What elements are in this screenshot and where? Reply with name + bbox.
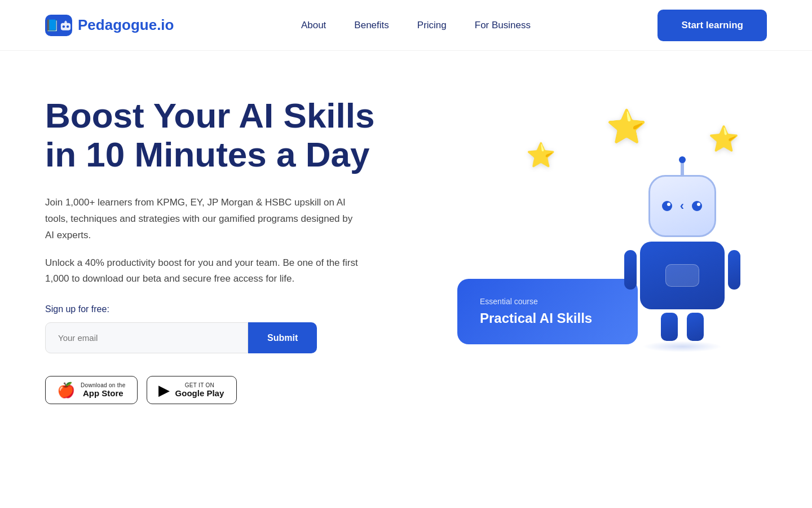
app-store-buttons: 🍎 Download on the App Store ▶ GET IT ON … [45,376,389,404]
googleplay-small-text: GET IT ON [175,382,224,388]
course-card: Essential course Practical AI Skills [457,279,638,344]
hero-left: Boost Your AI Skills in 10 Minutes a Day… [45,96,389,404]
signup-label: Sign up for free: [45,304,389,314]
robot-head: ‹ [648,175,716,237]
appstore-big-text: App Store [81,388,126,398]
course-card-label: Essential course [480,297,615,306]
course-card-title: Practical AI Skills [480,310,615,326]
robot-antenna [681,160,684,177]
robot-illustration: ‹ [615,175,750,367]
svg-point-1 [63,25,65,28]
hero-right: ⭐ ⭐ ⭐ Essential course Practical AI Skil… [423,96,767,378]
googleplay-button[interactable]: ▶ GET IT ON Google Play [147,376,237,404]
robot-chest [665,264,699,287]
robot-legs [626,313,739,341]
email-input[interactable] [45,322,248,353]
nav-pricing[interactable]: Pricing [417,20,447,30]
logo[interactable]: Pedagogue.io [45,15,174,36]
robot-eyes: ‹ [662,199,702,213]
robot-shadow [643,341,722,352]
nav-for-business[interactable]: For Business [475,20,531,30]
start-learning-button[interactable]: Start learning [657,10,767,41]
hero-description-1: Join 1,000+ learners from KPMG, EY, JP M… [45,195,361,244]
star-center-icon: ⭐ [606,107,647,146]
robot-leg-left [661,313,678,341]
robot-body-container: ‹ [626,175,739,352]
appstore-button[interactable]: 🍎 Download on the App Store [45,376,138,404]
google-play-icon: ▶ [158,383,170,397]
robot-face: ‹ [662,199,702,213]
svg-point-2 [67,25,69,28]
robot-eye-left [662,201,672,211]
robot-mouth: ‹ [680,199,684,213]
svg-rect-4 [65,20,66,22]
nav-about[interactable]: About [301,20,326,30]
googleplay-big-text: Google Play [175,388,224,398]
robot-torso [640,242,725,309]
apple-icon: 🍎 [57,383,75,397]
star-right-icon: ⭐ [708,124,739,154]
robot-arm-right [728,250,740,290]
robot-eye-right [692,201,702,211]
hero-description-2: Unlock a 40% productivity boost for you … [45,255,361,288]
logo-wordmark: Pedagogue.io [78,16,174,34]
star-left-icon: ⭐ [526,141,555,169]
submit-button[interactable]: Submit [248,322,317,353]
nav-benefits[interactable]: Benefits [354,20,389,30]
svg-rect-0 [61,23,70,30]
logo-icon [45,15,72,36]
appstore-small-text: Download on the [81,382,126,388]
email-form: Submit [45,322,389,353]
hero-headline: Boost Your AI Skills in 10 Minutes a Day [45,96,389,174]
robot-arm-left [624,250,637,290]
robot-leg-right [687,313,704,341]
